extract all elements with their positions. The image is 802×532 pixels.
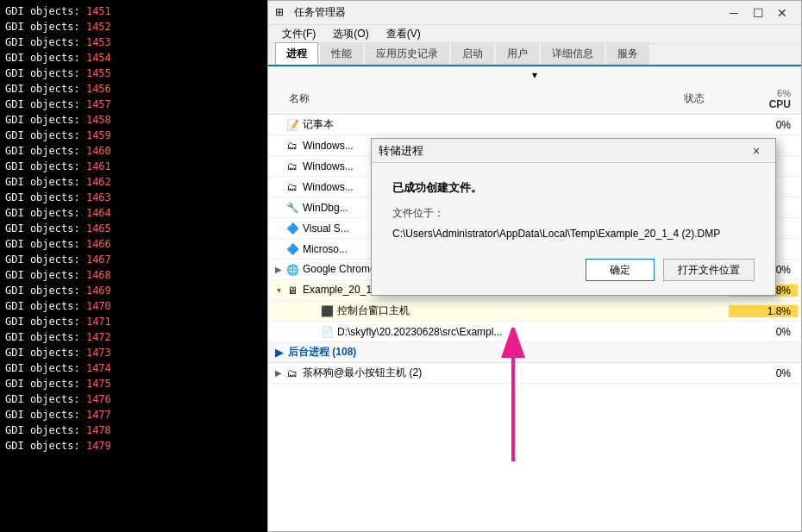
terminal-line: GDI objects: 1468 bbox=[5, 267, 262, 283]
col-header-name: 名称 bbox=[272, 91, 660, 106]
process-icon: 🔧 bbox=[285, 201, 299, 215]
tab-应用历史记录[interactable]: 应用历史记录 bbox=[365, 42, 449, 65]
terminal-line: GDI objects: 1462 bbox=[5, 174, 262, 190]
window-controls: ─ ☐ ✕ bbox=[722, 1, 794, 25]
process-icon: 🌐 bbox=[285, 263, 299, 277]
terminal-line: GDI objects: 1479 bbox=[5, 438, 262, 454]
terminal-line: GDI objects: 1463 bbox=[5, 190, 262, 205]
taskman-icon: ⊞ bbox=[275, 6, 289, 20]
process-name: D:\skyfly\20.20230628\src\Exampl... bbox=[337, 326, 660, 338]
terminal-line: GDI objects: 1460 bbox=[5, 143, 262, 159]
process-expand-icon[interactable]: ▾ bbox=[272, 285, 285, 295]
dump-dialog-body: 已成功创建文件。 文件位于： C:\Users\Administrator\Ap… bbox=[372, 163, 775, 295]
terminal-line: GDI objects: 1477 bbox=[5, 407, 262, 422]
terminal-line: GDI objects: 1475 bbox=[5, 376, 262, 391]
menu-item[interactable]: 查看(V) bbox=[379, 25, 428, 43]
terminal-line: GDI objects: 1461 bbox=[5, 159, 262, 174]
process-icon: 🗂 bbox=[285, 139, 299, 153]
terminal-line: GDI objects: 1451 bbox=[5, 3, 262, 19]
terminal-line: GDI objects: 1452 bbox=[5, 19, 262, 34]
menu-item[interactable]: 文件(F) bbox=[275, 25, 323, 43]
terminal-line: GDI objects: 1455 bbox=[5, 66, 262, 81]
terminal-line: GDI objects: 1466 bbox=[5, 236, 262, 252]
menu-bar: 文件(F)选项(O)查看(V) bbox=[268, 25, 801, 44]
process-icon: 🔷 bbox=[285, 242, 299, 256]
bg-proc-cpu: 0% bbox=[729, 367, 798, 379]
bg-proc-name: 茶杯狗@最小按钮主机 (2) bbox=[303, 366, 660, 380]
process-row[interactable]: 📄D:\skyfly\20.20230628\src\Exampl...0% bbox=[268, 322, 801, 342]
process-icon: 🔷 bbox=[285, 222, 299, 235]
tab-用户[interactable]: 用户 bbox=[496, 42, 539, 65]
dump-success-text: 已成功创建文件。 bbox=[392, 180, 755, 196]
tab-性能[interactable]: 性能 bbox=[320, 42, 363, 65]
dump-ok-button[interactable]: 确定 bbox=[586, 259, 655, 281]
terminal-line: GDI objects: 1458 bbox=[5, 112, 262, 128]
bg-proc-icon: 🗂 bbox=[285, 366, 299, 380]
terminal-line: GDI objects: 1474 bbox=[5, 360, 262, 376]
menu-item[interactable]: 选项(O) bbox=[326, 25, 375, 43]
bg-process-row[interactable]: ▶ 🗂 茶杯狗@最小按钮主机 (2) 0% bbox=[268, 363, 801, 384]
dump-open-button[interactable]: 打开文件位置 bbox=[663, 259, 755, 281]
process-cpu: 0% bbox=[729, 326, 798, 338]
taskman-title: 任务管理器 bbox=[294, 5, 722, 20]
process-icon: 📄 bbox=[320, 325, 334, 339]
process-icon: 📝 bbox=[285, 118, 299, 132]
dump-dialog-buttons: 确定 打开文件位置 bbox=[392, 259, 755, 281]
terminal-line: GDI objects: 1471 bbox=[5, 314, 262, 329]
tab-进程[interactable]: 进程 bbox=[275, 42, 318, 65]
process-icon: ⬛ bbox=[320, 304, 334, 318]
terminal-line: GDI objects: 1472 bbox=[5, 329, 262, 345]
process-icon: 🗂 bbox=[285, 160, 299, 173]
dump-location-label: 文件位于： bbox=[392, 206, 755, 221]
process-icon: 🗂 bbox=[285, 180, 299, 194]
bg-section-label: 后台进程 (108) bbox=[288, 345, 356, 360]
terminal-line: GDI objects: 1465 bbox=[5, 221, 262, 236]
terminal-line: GDI objects: 1478 bbox=[5, 422, 262, 438]
terminal-line: GDI objects: 1454 bbox=[5, 50, 262, 66]
terminal-line: GDI objects: 1459 bbox=[5, 128, 262, 143]
terminal-line: GDI objects: 1470 bbox=[5, 298, 262, 314]
process-row[interactable]: ⬛控制台窗口主机1.8% bbox=[268, 301, 801, 322]
process-name: 控制台窗口主机 bbox=[337, 304, 660, 318]
bg-expand-icon: ▶ bbox=[272, 368, 285, 378]
dump-dialog-title: 转储进程 bbox=[379, 143, 744, 159]
tab-详细信息[interactable]: 详细信息 bbox=[541, 42, 605, 65]
cpu-label: CPU bbox=[729, 98, 791, 110]
terminal-line: GDI objects: 1473 bbox=[5, 345, 262, 360]
terminal-line: GDI objects: 1457 bbox=[5, 97, 262, 112]
process-row[interactable]: 📝记事本0% bbox=[268, 115, 801, 135]
process-icon: 🖥 bbox=[285, 284, 299, 297]
terminal-line: GDI objects: 1467 bbox=[5, 252, 262, 267]
tab-bar: 进程性能应用历史记录启动用户详细信息服务 bbox=[268, 44, 801, 66]
process-expand-icon[interactable]: ▶ bbox=[272, 265, 285, 274]
process-cpu: 1.8% bbox=[729, 305, 798, 317]
dump-dialog: 转储进程 × 已成功创建文件。 文件位于： C:\Users\Administr… bbox=[371, 138, 776, 296]
dump-file-path: C:\Users\Administrator\AppData\Local\Tem… bbox=[392, 226, 755, 241]
terminal-line: GDI objects: 1456 bbox=[5, 81, 262, 97]
tab-启动[interactable]: 启动 bbox=[451, 42, 494, 65]
dump-dialog-close-button[interactable]: × bbox=[744, 139, 768, 163]
bg-section-header: ▶后台进程 (108) bbox=[268, 342, 801, 363]
terminal-line: GDI objects: 1453 bbox=[5, 34, 262, 50]
terminal-line: GDI objects: 1464 bbox=[5, 205, 262, 221]
maximize-button[interactable]: ☐ bbox=[746, 1, 770, 25]
col-header-status: 状态 bbox=[660, 91, 729, 106]
process-cpu: 0% bbox=[729, 119, 798, 131]
cpu-percent-display: 6% bbox=[729, 88, 791, 98]
taskman-titlebar: ⊞ 任务管理器 ─ ☐ ✕ bbox=[268, 1, 801, 25]
window-close-button[interactable]: ✕ bbox=[770, 1, 794, 25]
dump-dialog-titlebar: 转储进程 × bbox=[372, 139, 775, 163]
collapse-row[interactable]: ▾ bbox=[268, 66, 801, 84]
terminal-panel: GDI objects: 1451GDI objects: 1452GDI ob… bbox=[0, 0, 267, 532]
terminal-line: GDI objects: 1469 bbox=[5, 283, 262, 298]
collapse-icon: ▾ bbox=[532, 69, 537, 81]
minimize-button[interactable]: ─ bbox=[722, 1, 746, 25]
terminal-line: GDI objects: 1476 bbox=[5, 391, 262, 407]
tab-服务[interactable]: 服务 bbox=[606, 42, 649, 65]
process-name: 记事本 bbox=[303, 117, 660, 132]
col-header-cpu: 6% CPU bbox=[729, 88, 798, 110]
